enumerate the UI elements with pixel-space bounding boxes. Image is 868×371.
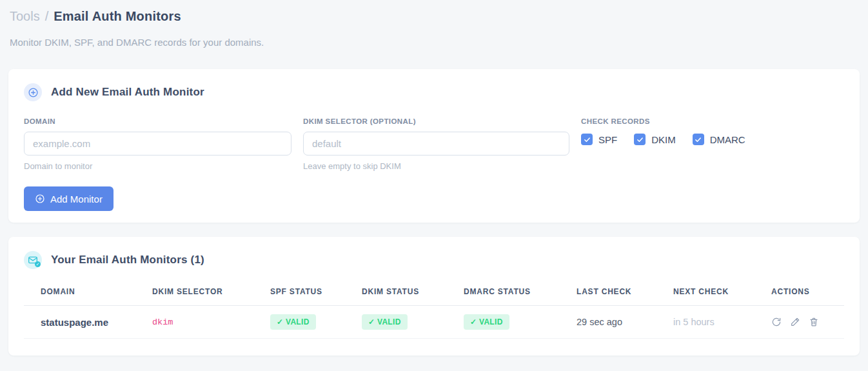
breadcrumb-separator: /	[45, 9, 49, 24]
spf-status-badge: ✓ VALID	[270, 314, 316, 330]
dkim-status-cell: ✓ VALID	[345, 306, 447, 339]
dmarc-checkbox-item[interactable]: DMARC	[693, 134, 745, 145]
header-dkim-status: DKIM STATUS	[345, 278, 447, 306]
domain-label: DOMAIN	[24, 117, 291, 125]
add-monitor-card-header: Add New Email Auth Monitor	[24, 83, 844, 101]
header-last-check: LAST CHECK	[560, 278, 656, 306]
table-header-row: DOMAIN DKIM SELECTOR SPF STATUS DKIM STA…	[24, 278, 844, 306]
dkim-selector-input[interactable]	[303, 132, 569, 155]
dmarc-status-cell: ✓ VALID	[447, 306, 560, 339]
domain-field-group: DOMAIN Domain to monitor	[24, 117, 291, 171]
header-spf-status: SPF STATUS	[253, 278, 345, 306]
dkim-status-badge: ✓ VALID	[362, 314, 408, 330]
dmarc-checkbox[interactable]	[693, 134, 704, 145]
header-domain: DOMAIN	[24, 278, 135, 306]
check-records-group: CHECK RECORDS SPF DKIM	[581, 117, 745, 145]
refresh-icon[interactable]	[771, 317, 782, 327]
monitor-dkim-selector: dkim	[135, 306, 253, 339]
spf-checkbox[interactable]	[581, 134, 593, 145]
page-title: Email Auth Monitors	[54, 9, 181, 24]
add-monitor-button[interactable]: Add Monitor	[24, 186, 113, 211]
add-monitor-card-title: Add New Email Auth Monitor	[51, 86, 204, 99]
header-next-check: NEXT CHECK	[656, 278, 755, 306]
monitors-table: DOMAIN DKIM SELECTOR SPF STATUS DKIM STA…	[24, 278, 844, 339]
monitors-card-title: Your Email Auth Monitors (1)	[51, 254, 204, 266]
dkim-selector-helper-text: Leave empty to skip DKIM	[303, 161, 569, 171]
breadcrumb: Tools / Email Auth Monitors	[8, 6, 860, 24]
check-records-options: SPF DKIM DMARC	[581, 134, 745, 145]
dkim-checkbox[interactable]	[634, 134, 646, 145]
header-dmarc-status: DMARC STATUS	[447, 278, 560, 306]
check-records-label: CHECK RECORDS	[581, 117, 745, 125]
monitors-card-header: ✓ Your Email Auth Monitors (1)	[24, 251, 844, 269]
dmarc-checkbox-label: DMARC	[710, 134, 745, 145]
actions-cell	[755, 306, 844, 339]
spf-status-cell: ✓ VALID	[253, 306, 345, 339]
add-monitor-form: DOMAIN Domain to monitor DKIM SELECTOR (…	[24, 117, 844, 171]
table-row: statuspage.me dkim ✓ VALID ✓ VALID ✓ VAL…	[24, 306, 844, 339]
page-subtitle: Monitor DKIM, SPF, and DMARC records for…	[8, 37, 860, 48]
domain-input[interactable]	[24, 132, 291, 155]
envelope-check-icon: ✓	[24, 251, 42, 269]
check-icon	[695, 136, 702, 143]
monitor-last-check: 29 sec ago	[560, 306, 656, 339]
dkim-checkbox-item[interactable]: DKIM	[634, 134, 676, 145]
page: Tools / Email Auth Monitors Monitor DKIM…	[0, 0, 868, 356]
spf-checkbox-label: SPF	[598, 134, 617, 145]
breadcrumb-tools-link[interactable]: Tools	[10, 9, 40, 24]
header-actions: ACTIONS	[755, 278, 844, 306]
check-badge-icon: ✓	[35, 261, 41, 267]
add-monitor-button-label: Add Monitor	[50, 194, 103, 205]
check-icon	[584, 136, 591, 143]
domain-helper-text: Domain to monitor	[24, 161, 291, 171]
dkim-checkbox-label: DKIM	[651, 134, 676, 145]
plus-circle-icon	[24, 83, 42, 101]
monitor-domain: statuspage.me	[24, 306, 135, 339]
spf-checkbox-item[interactable]: SPF	[581, 134, 617, 145]
delete-icon[interactable]	[809, 317, 819, 327]
dkim-selector-field-group: DKIM SELECTOR (OPTIONAL) Leave empty to …	[303, 117, 569, 171]
add-monitor-card: Add New Email Auth Monitor DOMAIN Domain…	[8, 69, 860, 223]
dmarc-status-badge: ✓ VALID	[464, 314, 509, 330]
dkim-selector-label: DKIM SELECTOR (OPTIONAL)	[303, 117, 569, 125]
header-dkim-selector: DKIM SELECTOR	[135, 278, 253, 306]
monitor-next-check: in 5 hours	[656, 306, 755, 339]
check-icon	[636, 136, 644, 143]
plus-circle-icon	[35, 194, 45, 204]
edit-icon[interactable]	[790, 317, 800, 327]
monitors-card: ✓ Your Email Auth Monitors (1) DOMAIN DK…	[8, 237, 860, 356]
